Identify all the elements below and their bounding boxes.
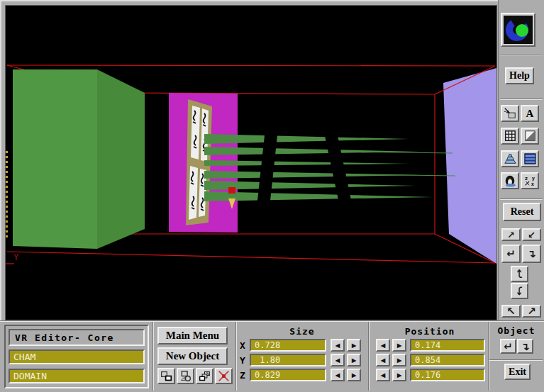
grid-icon [503, 130, 517, 142]
position-x-field[interactable]: 0.174 [410, 339, 485, 352]
text-tool-button[interactable]: A [521, 105, 539, 122]
object-rotate-right-button[interactable]: ↴ [517, 339, 533, 354]
object-rotate-left-button[interactable]: ↵ [500, 339, 516, 354]
size-z-decrement-button[interactable]: ◀ [331, 369, 345, 381]
position-y-field[interactable]: 0.854 [410, 354, 485, 366]
size-x-increment-button[interactable]: ▶ [347, 339, 361, 352]
size-axis-y: Y [240, 355, 245, 366]
shading-icon [523, 130, 537, 142]
arrange-button[interactable] [157, 368, 175, 384]
axes-icon: z y x [523, 174, 537, 187]
size-axis-z: Z [240, 370, 245, 381]
nudge-ne-button[interactable]: ↗ [501, 228, 521, 241]
pick-object-button[interactable] [501, 105, 519, 122]
move-nw-button[interactable]: ↖ [501, 305, 521, 318]
grid-tool-button[interactable] [501, 128, 519, 145]
position-z-increment-button[interactable]: ▶ [392, 369, 406, 381]
size-y-field[interactable]: 1.80 [250, 354, 326, 366]
shapes-button[interactable] [177, 368, 194, 384]
domain-field[interactable]: DOMAIN [9, 369, 145, 383]
rotate-right-button[interactable]: ↴ [522, 245, 541, 263]
size-y-increment-button[interactable]: ▶ [347, 354, 361, 366]
nudge-sw-button[interactable]: ↙ [522, 228, 541, 241]
scene-preview-button[interactable] [501, 172, 519, 189]
delete-icon [217, 370, 231, 382]
toolbar-divider [500, 198, 543, 200]
panel-divider [489, 359, 543, 361]
size-x-field[interactable]: 0.728 [250, 339, 326, 352]
position-z-decrement-button[interactable]: ◀ [376, 369, 390, 381]
y-axis-label: Y [13, 252, 19, 262]
hook-up-icon: ⤴ [517, 268, 523, 281]
position-header: Position [372, 326, 488, 337]
toolbar-divider [500, 54, 543, 55]
name-field[interactable]: CHAM [9, 349, 145, 364]
editor-title: VR Editor- Core [9, 329, 145, 346]
layers-cake-button[interactable] [501, 150, 519, 167]
bottom-panel: VR Editor- Core CHAM DOMAIN Main Menu Ne… [0, 320, 544, 392]
svg-text:x: x [531, 181, 535, 187]
delete-button[interactable] [215, 368, 233, 384]
green-box-front[interactable] [13, 69, 97, 249]
cascade-button[interactable] [196, 368, 213, 384]
help-button[interactable]: Help [505, 67, 534, 84]
main-menu-button[interactable]: Main Menu [157, 327, 228, 345]
svg-text:z: z [525, 175, 528, 181]
cascade-icon [198, 370, 211, 382]
layer-stripes-button[interactable] [521, 150, 539, 167]
green-box-side[interactable] [97, 69, 145, 249]
position-z-field[interactable]: 0.176 [410, 369, 485, 381]
size-header: Size [238, 326, 366, 337]
scene-preview-icon [503, 174, 517, 187]
left-edge-ticks [6, 151, 8, 240]
shapes-icon [179, 370, 192, 382]
exit-button[interactable]: Exit [504, 364, 531, 380]
app-logo-button[interactable] [501, 13, 535, 47]
axes-tool-button[interactable]: z y x [521, 172, 539, 189]
panel-divider [152, 322, 154, 391]
panel-divider [0, 320, 544, 322]
lavender-wall[interactable] [443, 68, 496, 264]
hook-down-icon: ⤵ [517, 285, 523, 298]
turn-down-button[interactable]: ⤵ [511, 283, 528, 299]
turn-up-button[interactable]: ⤴ [511, 266, 528, 282]
viewport[interactable]: Y [5, 5, 497, 320]
size-x-decrement-button[interactable]: ◀ [331, 339, 345, 352]
panel-divider [235, 322, 237, 391]
scene-canvas: Y [6, 6, 496, 320]
size-axis-x: X [240, 340, 245, 351]
layers-cake-icon [503, 152, 517, 165]
reset-button[interactable]: Reset [503, 203, 541, 221]
panel-divider [368, 322, 370, 391]
app-logo-icon [504, 16, 533, 44]
size-z-increment-button[interactable]: ▶ [347, 369, 361, 381]
size-z-field[interactable]: 0.829 [250, 369, 326, 381]
text-tool-icon: A [526, 108, 534, 120]
rotate-left-button[interactable]: ↵ [501, 245, 521, 263]
size-y-decrement-button[interactable]: ◀ [331, 354, 345, 366]
position-x-increment-button[interactable]: ▶ [392, 339, 406, 352]
arrange-icon [160, 370, 173, 382]
position-x-decrement-button[interactable]: ◀ [376, 339, 390, 352]
pick-object-icon [503, 107, 517, 120]
panel-divider [488, 322, 489, 391]
position-y-decrement-button[interactable]: ◀ [376, 354, 390, 366]
layer-stripes-icon [523, 152, 537, 165]
editor-info-panel: VR Editor- Core CHAM DOMAIN [4, 325, 149, 388]
move-ne-button[interactable]: ↗ [522, 305, 541, 318]
position-y-increment-button[interactable]: ▶ [392, 354, 406, 366]
shading-tool-button[interactable] [521, 128, 539, 145]
right-toolbar: Help A [498, 0, 544, 320]
toolbar-divider [500, 99, 543, 100]
new-object-button[interactable]: New Object [157, 347, 228, 365]
object-header: Object [491, 325, 542, 336]
